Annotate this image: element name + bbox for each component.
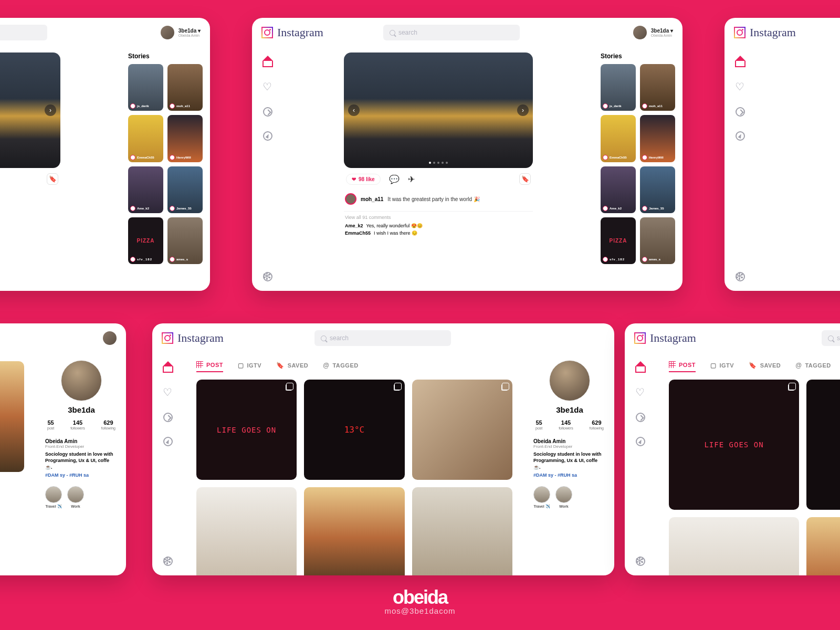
story-thumb[interactable]: ames_s: [640, 217, 675, 264]
stat-followers[interactable]: 145followers: [559, 419, 573, 431]
next-arrow[interactable]: ›: [45, 104, 56, 116]
highlight[interactable]: Work: [67, 486, 84, 509]
messenger-icon[interactable]: [263, 107, 272, 117]
profile-avatar[interactable]: [549, 360, 590, 401]
story-thumb[interactable]: ames_s: [167, 217, 203, 264]
tab-post[interactable]: POST: [196, 361, 223, 372]
home-icon[interactable]: [635, 362, 646, 373]
home-icon[interactable]: [163, 362, 173, 373]
story-thumb[interactable]: James_55: [640, 166, 675, 213]
story-thumb[interactable]: moh_a11: [167, 64, 203, 111]
bookmark-icon: 🔖: [276, 362, 285, 369]
logo[interactable]: Instagram: [162, 331, 224, 345]
search-input[interactable]: search: [314, 330, 451, 346]
profile-avatar[interactable]: [61, 360, 102, 401]
heart-icon[interactable]: [735, 82, 746, 92]
heart-icon[interactable]: [635, 387, 646, 398]
messenger-icon[interactable]: [736, 107, 745, 117]
story-thumb[interactable]: HenryWill: [640, 115, 675, 162]
user-menu[interactable]: 3be1da ▾ Obeida Amin: [633, 26, 673, 39]
story-thumb[interactable]: James_55: [167, 166, 203, 213]
story-thumb[interactable]: PIZZAsfv_182: [601, 217, 636, 264]
wordmark: Instagram: [277, 26, 323, 39]
caption-user[interactable]: moh_a11: [361, 196, 383, 202]
tab-saved[interactable]: 🔖SAVED: [749, 362, 781, 372]
bio-tags[interactable]: #DAM sy - #RUH sa: [533, 472, 606, 478]
search-input[interactable]: search: [0, 25, 47, 40]
stat-following[interactable]: 629following: [590, 419, 604, 431]
bio-tags[interactable]: #DAM sy - #RUH sa: [45, 472, 118, 478]
view-all-comments[interactable]: View all 91 comments: [345, 215, 532, 220]
comment: Ame_k2Yes, really wonderful 😍😊: [344, 222, 533, 229]
prev-arrow[interactable]: ‹: [348, 104, 360, 116]
gear-icon[interactable]: [736, 272, 745, 281]
heart-icon[interactable]: [163, 387, 173, 398]
tab-saved[interactable]: 🔖SAVED: [276, 362, 308, 372]
stat-posts[interactable]: 55post: [47, 419, 54, 431]
story-thumb[interactable]: PIZZAsfv_182: [128, 217, 163, 264]
next-arrow[interactable]: ›: [517, 104, 529, 116]
explore-icon[interactable]: [736, 131, 745, 141]
home-icon[interactable]: [735, 57, 746, 67]
story-thumb[interactable]: moh_a11: [640, 64, 675, 111]
explore-icon[interactable]: [636, 437, 645, 446]
search-input[interactable]: search: [822, 330, 840, 346]
post-tile[interactable]: LIFE GOES ON: [196, 380, 297, 480]
stat-posts[interactable]: 55post: [536, 419, 542, 431]
avatar: [161, 26, 174, 39]
stat-following[interactable]: 629following: [101, 419, 116, 431]
search-input[interactable]: search: [383, 25, 520, 40]
messenger-icon[interactable]: [163, 413, 173, 422]
highlight[interactable]: Work: [555, 486, 572, 509]
messenger-icon[interactable]: [636, 413, 645, 422]
story-thumb[interactable]: Ame_k2: [128, 166, 163, 213]
post-tile[interactable]: 13°C: [304, 380, 404, 480]
post-tile[interactable]: [196, 487, 297, 575]
user-menu[interactable]: 3be1da ▾ Obeida Amin: [161, 26, 201, 39]
user-menu[interactable]: [103, 331, 117, 345]
logo[interactable]: Instagram: [261, 26, 323, 39]
tab-igtv[interactable]: ▢IGTV: [238, 362, 261, 372]
story-thumb[interactable]: Ame_k2: [601, 166, 636, 213]
explore-icon[interactable]: [263, 131, 272, 141]
tab-post[interactable]: POST: [669, 361, 696, 372]
bookmark-icon[interactable]: 🔖: [47, 173, 58, 185]
heart-icon[interactable]: [262, 82, 273, 92]
post-tile[interactable]: [0, 361, 24, 472]
post-tile[interactable]: LIFE GOES ON: [669, 380, 799, 510]
gear-icon[interactable]: [263, 272, 272, 281]
tab-tagged[interactable]: @TAGGED: [323, 362, 358, 372]
post-tile[interactable]: [412, 380, 512, 480]
stat-followers[interactable]: 145followers: [70, 419, 85, 431]
tab-igtv[interactable]: ▢IGTV: [710, 362, 734, 372]
story-thumb[interactable]: js_derik: [601, 64, 636, 111]
explore-icon[interactable]: [163, 437, 173, 446]
post-tile[interactable]: [669, 517, 799, 575]
logo[interactable]: Instagram: [734, 26, 796, 39]
home-icon[interactable]: [262, 57, 273, 67]
post-image[interactable]: ‹ ›: [0, 52, 60, 168]
post-image[interactable]: ‹ ›: [344, 52, 533, 168]
gear-icon[interactable]: [163, 556, 173, 566]
story-thumb[interactable]: js_derik: [128, 64, 163, 111]
watermark-handle: mos@3be1dacom: [385, 606, 456, 615]
bio-role: Front-End Developer: [45, 444, 118, 449]
story-thumb[interactable]: EmmaCh55: [128, 115, 163, 162]
bookmark-icon[interactable]: 🔖: [519, 173, 531, 185]
like-button[interactable]: ❤ 98 like: [346, 174, 381, 185]
highlight[interactable]: Travel ✈️: [533, 486, 550, 509]
post-tile[interactable]: [304, 487, 404, 575]
story-thumb[interactable]: HenryWill: [167, 115, 203, 162]
tab-tagged[interactable]: @TAGGED: [795, 362, 831, 372]
story-thumb[interactable]: EmmaCh55: [601, 115, 636, 162]
post-tile[interactable]: [806, 517, 840, 575]
post-tile[interactable]: [412, 487, 512, 575]
gear-icon[interactable]: [636, 556, 645, 566]
share-icon[interactable]: ✈: [408, 174, 415, 184]
post-card: ‹ › ❤ 98 like 💬 ✈ 🔖 moh_a11 It was the g…: [344, 52, 533, 286]
comment-icon[interactable]: 💬: [389, 174, 400, 184]
caption-text: It was the greatest party in the world 🎉: [387, 196, 479, 202]
post-tile[interactable]: 13°C: [806, 380, 840, 510]
logo[interactable]: Instagram: [634, 331, 696, 345]
highlight[interactable]: Travel ✈️: [45, 486, 62, 509]
